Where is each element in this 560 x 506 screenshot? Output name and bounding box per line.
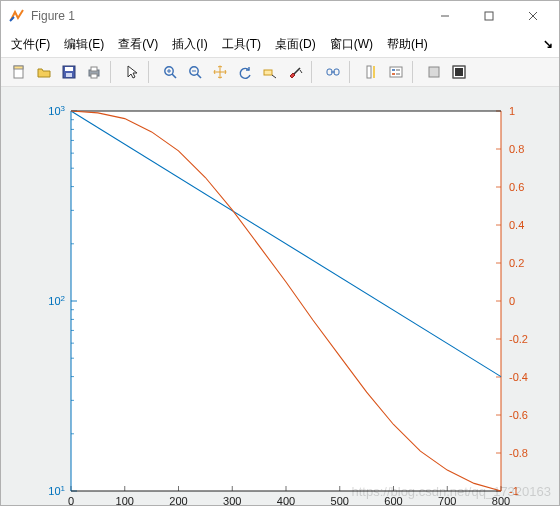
menu-desktop[interactable]: 桌面(D) [271,34,320,55]
window-title: Figure 1 [31,9,423,23]
zoom-in-button[interactable] [158,60,182,84]
svg-rect-26 [373,66,375,78]
svg-rect-27 [390,67,402,77]
svg-text:-1: -1 [509,485,519,497]
brush-button[interactable] [283,60,307,84]
svg-rect-8 [66,73,72,77]
svg-rect-11 [91,74,97,78]
menu-file[interactable]: 文件(F) [7,34,54,55]
svg-line-20 [272,75,276,78]
minimize-button[interactable] [423,2,467,30]
svg-rect-35 [455,68,463,76]
svg-line-17 [197,74,201,78]
colorbar-button[interactable] [359,60,383,84]
svg-rect-5 [14,66,23,69]
menu-insert[interactable]: 插入(I) [168,34,211,55]
svg-rect-36 [71,111,501,491]
svg-text:0.4: 0.4 [509,219,524,231]
svg-rect-10 [91,67,97,71]
svg-text:800: 800 [492,495,510,506]
svg-rect-7 [65,67,73,71]
menu-view[interactable]: 查看(V) [114,34,162,55]
print-button[interactable] [82,60,106,84]
toolbar-separator [110,61,116,83]
svg-text:0: 0 [68,495,74,506]
svg-text:101: 101 [48,484,65,498]
svg-text:300: 300 [223,495,241,506]
menu-help[interactable]: 帮助(H) [383,34,432,55]
svg-text:0: 0 [509,295,515,307]
menu-edit[interactable]: 编辑(E) [60,34,108,55]
svg-text:0.6: 0.6 [509,181,524,193]
svg-rect-1 [485,12,493,20]
svg-text:-0.2: -0.2 [509,333,528,345]
toolbar-more-icon[interactable]: ↘ [535,37,553,51]
hide-tools-button[interactable] [422,60,446,84]
svg-line-21 [294,68,300,74]
matlab-logo-icon [9,8,25,24]
show-tools-button[interactable] [447,60,471,84]
rotate-button[interactable] [233,60,257,84]
toolbar-separator [311,61,317,83]
link-button[interactable] [321,60,345,84]
axes[interactable]: 0100200300400500600700800101102103-1-0.8… [15,101,545,506]
menu-window[interactable]: 窗口(W) [326,34,377,55]
toolbar-separator [148,61,154,83]
open-button[interactable] [32,60,56,84]
svg-rect-19 [264,70,272,75]
save-button[interactable] [57,60,81,84]
figure-window: Figure 1 文件(F) 编辑(E) 查看(V) 插入(I) 工具(T) 桌… [0,0,560,506]
svg-text:100: 100 [116,495,134,506]
toolbar [1,57,559,87]
svg-text:700: 700 [438,495,456,506]
svg-text:-0.8: -0.8 [509,447,528,459]
svg-text:-0.6: -0.6 [509,409,528,421]
pointer-button[interactable] [120,60,144,84]
menubar: 文件(F) 编辑(E) 查看(V) 插入(I) 工具(T) 桌面(D) 窗口(W… [1,31,559,57]
svg-text:400: 400 [277,495,295,506]
svg-line-13 [172,74,176,78]
maximize-button[interactable] [467,2,511,30]
figure-content: 0100200300400500600700800101102103-1-0.8… [1,87,559,505]
data-cursor-button[interactable] [258,60,282,84]
svg-rect-25 [367,66,371,78]
toolbar-separator [349,61,355,83]
svg-text:1: 1 [509,105,515,117]
svg-text:102: 102 [48,294,65,308]
svg-text:200: 200 [169,495,187,506]
zoom-out-button[interactable] [183,60,207,84]
titlebar: Figure 1 [1,1,559,31]
svg-text:600: 600 [384,495,402,506]
axes-container: 0100200300400500600700800101102103-1-0.8… [15,101,545,491]
svg-text:0.8: 0.8 [509,143,524,155]
svg-text:103: 103 [48,104,65,118]
svg-rect-32 [429,67,439,77]
new-figure-button[interactable] [7,60,31,84]
close-button[interactable] [511,2,555,30]
menu-tools[interactable]: 工具(T) [218,34,265,55]
svg-text:0.2: 0.2 [509,257,524,269]
toolbar-separator [412,61,418,83]
svg-text:-0.4: -0.4 [509,371,528,383]
pan-button[interactable] [208,60,232,84]
legend-button[interactable] [384,60,408,84]
svg-text:500: 500 [331,495,349,506]
